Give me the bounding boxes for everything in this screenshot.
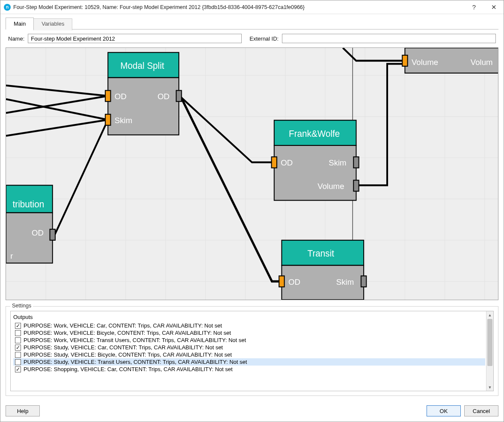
output-label: PURPOSE: Study, VEHICLE: Transit Users, … xyxy=(24,359,247,365)
outputs-header: Outputs xyxy=(13,313,485,322)
scrollbar-up-icon[interactable]: ▲ xyxy=(486,311,493,319)
port-out-od[interactable] xyxy=(176,91,181,102)
outputs-list[interactable]: Outputs ✓PURPOSE: Work, VEHICLE: Car, CO… xyxy=(11,311,486,391)
node-transit-title: Transit xyxy=(308,248,335,258)
output-label: PURPOSE: Work, VEHICLE: Transit Users, C… xyxy=(24,337,246,343)
port-in-od[interactable] xyxy=(105,91,110,102)
tab-strip: Main Variables xyxy=(6,18,498,30)
settings-legend: Settings xyxy=(10,303,33,309)
output-row[interactable]: PURPOSE: Study, VEHICLE: Bicycle, CONTEN… xyxy=(13,351,485,358)
help-button[interactable]: Help xyxy=(6,405,40,416)
port-label: OD xyxy=(115,92,127,101)
port-label: Skim xyxy=(336,277,354,286)
output-row[interactable]: ✓PURPOSE: Shopping, VEHICLE: Car, CONTEN… xyxy=(13,366,485,373)
window-title: Four-Step Model Experiment: 10529, Name:… xyxy=(13,4,464,10)
ok-button[interactable]: OK xyxy=(427,405,461,416)
output-checkbox[interactable] xyxy=(15,352,21,358)
svg-rect-23 xyxy=(274,145,356,201)
svg-rect-21 xyxy=(108,78,179,135)
tab-variables[interactable]: Variables xyxy=(33,18,72,30)
port-out-skim[interactable] xyxy=(353,157,359,168)
port-label-partial: r xyxy=(10,251,13,260)
port-label: OD xyxy=(157,92,169,101)
name-label: Name: xyxy=(8,35,24,42)
scrollbar-down-icon[interactable]: ▼ xyxy=(486,384,493,391)
output-label: PURPOSE: Work, VEHICLE: Bicycle, CONTENT… xyxy=(24,330,231,336)
port-label: Volume xyxy=(412,57,438,66)
cancel-button[interactable]: Cancel xyxy=(464,405,498,416)
port-label: Skim xyxy=(115,115,132,124)
form-row: Name: External ID: xyxy=(6,30,498,47)
external-id-field[interactable] xyxy=(282,34,496,43)
node-distribution-title: tribution xyxy=(13,199,44,209)
output-checkbox[interactable]: ✓ xyxy=(15,345,21,351)
canvas-grid xyxy=(6,48,498,300)
port-label-od: OD xyxy=(32,228,44,237)
node-frank-wolfe[interactable]: Frank&Wolfe OD Skim Volume xyxy=(272,120,359,200)
node-distribution[interactable]: tribution OD r xyxy=(6,185,55,263)
outputs-box: Outputs ✓PURPOSE: Work, VEHICLE: Car, CO… xyxy=(10,311,494,391)
port-out-volume[interactable] xyxy=(353,180,359,191)
close-titlebar-button[interactable]: ✕ xyxy=(484,0,504,14)
port-in-skim[interactable] xyxy=(105,114,110,125)
settings-group: Settings Outputs ✓PURPOSE: Work, VEHICLE… xyxy=(6,306,498,396)
output-checkbox[interactable] xyxy=(15,337,21,343)
output-checkbox[interactable] xyxy=(15,330,21,336)
output-row[interactable]: PURPOSE: Study, VEHICLE: Transit Users, … xyxy=(13,358,485,366)
help-titlebar-button[interactable]: ? xyxy=(464,0,484,14)
port-out-skim[interactable] xyxy=(361,276,366,287)
port-label: Skim xyxy=(329,158,346,167)
output-row[interactable]: ✓PURPOSE: Study, VEHICLE: Car, CONTENT: … xyxy=(13,344,485,351)
app-icon: n xyxy=(4,4,11,11)
output-checkbox[interactable] xyxy=(15,359,21,365)
name-field[interactable] xyxy=(28,34,242,43)
port-in-od[interactable] xyxy=(272,157,277,168)
output-checkbox[interactable]: ✓ xyxy=(15,366,21,372)
port-label: OD xyxy=(288,277,300,286)
window-titlebar: n Four-Step Model Experiment: 10529, Nam… xyxy=(0,0,504,14)
port-label: Volum xyxy=(471,57,493,66)
output-label: PURPOSE: Work, VEHICLE: Car, CONTENT: Tr… xyxy=(24,322,222,329)
scrollbar-thumb[interactable] xyxy=(487,319,492,366)
diagram-canvas[interactable]: tribution OD r Modal Split OD Skim OD xyxy=(6,47,498,300)
dialog-footer: Help OK Cancel xyxy=(0,401,504,422)
output-checkbox[interactable]: ✓ xyxy=(15,323,21,329)
node-modal-split[interactable]: Modal Split OD Skim OD xyxy=(105,53,181,135)
node-modal-split-title: Modal Split xyxy=(120,61,164,71)
output-label: PURPOSE: Shopping, VEHICLE: Car, CONTENT… xyxy=(24,366,233,372)
tab-main[interactable]: Main xyxy=(6,18,34,30)
output-label: PURPOSE: Study, VEHICLE: Bicycle, CONTEN… xyxy=(24,351,232,358)
port-in-volume[interactable] xyxy=(402,55,407,66)
port-in-od[interactable] xyxy=(279,276,284,287)
port-out[interactable] xyxy=(50,229,55,240)
node-transit[interactable]: Transit OD Skim xyxy=(279,240,366,300)
output-row[interactable]: ✓PURPOSE: Work, VEHICLE: Car, CONTENT: T… xyxy=(13,322,485,329)
node-volume-sink[interactable]: Volume Volum xyxy=(402,48,498,73)
output-row[interactable]: PURPOSE: Work, VEHICLE: Bicycle, CONTENT… xyxy=(13,329,485,336)
node-frank-wolfe-title: Frank&Wolfe xyxy=(289,128,340,138)
port-label: Volume xyxy=(317,182,344,191)
port-label: OD xyxy=(281,158,293,167)
external-id-label: External ID: xyxy=(249,35,279,42)
vertical-scrollbar[interactable]: ▲ ▼ xyxy=(486,311,493,391)
output-label: PURPOSE: Study, VEHICLE: Car, CONTENT: T… xyxy=(24,344,223,351)
output-row[interactable]: PURPOSE: Work, VEHICLE: Transit Users, C… xyxy=(13,336,485,344)
